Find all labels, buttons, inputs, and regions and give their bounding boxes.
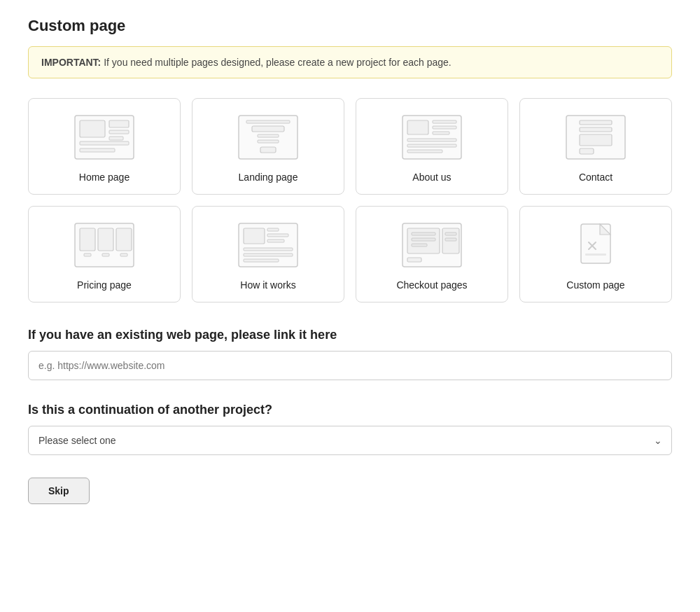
- card-checkout-pages[interactable]: Checkout pages: [356, 206, 508, 302]
- svg-rect-27: [80, 228, 95, 251]
- svg-rect-39: [244, 253, 293, 256]
- about-us-icon: [400, 113, 463, 162]
- svg-rect-25: [580, 148, 594, 154]
- svg-rect-24: [580, 134, 612, 146]
- svg-rect-1: [80, 120, 105, 137]
- svg-rect-16: [433, 126, 456, 129]
- svg-rect-47: [445, 232, 456, 235]
- svg-rect-34: [244, 228, 265, 244]
- card-custom-page-label: Custom page: [566, 279, 624, 291]
- card-contact-label: Contact: [579, 172, 612, 183]
- svg-rect-8: [246, 120, 290, 123]
- card-landing-page-label: Landing page: [239, 172, 298, 183]
- custom-page-icon: [564, 221, 627, 270]
- svg-rect-46: [412, 244, 427, 246]
- url-input[interactable]: [28, 351, 672, 380]
- contact-icon: [564, 113, 627, 162]
- svg-rect-10: [258, 134, 279, 137]
- landing-page-icon: [237, 113, 300, 162]
- svg-rect-15: [433, 120, 456, 123]
- svg-rect-19: [407, 144, 456, 147]
- svg-rect-53: [585, 253, 606, 256]
- svg-rect-35: [267, 228, 279, 231]
- svg-rect-32: [120, 253, 127, 256]
- svg-rect-5: [80, 141, 129, 145]
- svg-rect-36: [267, 234, 288, 237]
- svg-rect-45: [412, 238, 435, 241]
- card-how-it-works-label: How it works: [240, 279, 295, 291]
- svg-rect-23: [580, 127, 612, 132]
- pricing-page-icon: [73, 221, 136, 270]
- card-landing-page[interactable]: Landing page: [192, 98, 344, 195]
- svg-rect-48: [445, 238, 456, 241]
- svg-rect-37: [267, 239, 284, 242]
- svg-rect-17: [433, 132, 449, 134]
- svg-rect-31: [102, 253, 109, 256]
- svg-rect-30: [84, 253, 91, 256]
- card-pricing-page[interactable]: Pricing page: [28, 206, 181, 302]
- card-about-us-label: About us: [412, 172, 451, 183]
- svg-rect-49: [407, 258, 421, 262]
- card-home-page[interactable]: Home page: [28, 98, 181, 195]
- svg-rect-12: [260, 147, 276, 153]
- continuation-title: Is this a continuation of another projec…: [28, 403, 672, 417]
- svg-rect-18: [407, 139, 456, 141]
- link-section-title: If you have an existing web page, please…: [28, 328, 672, 342]
- card-how-it-works[interactable]: How it works: [192, 206, 344, 302]
- card-home-page-label: Home page: [79, 172, 130, 183]
- card-checkout-pages-label: Checkout pages: [396, 279, 467, 291]
- card-custom-page[interactable]: Custom page: [519, 206, 672, 302]
- card-contact[interactable]: Contact: [519, 98, 672, 195]
- page-type-grid: Home page Landing page: [28, 98, 672, 302]
- skip-button[interactable]: Skip: [28, 478, 90, 504]
- svg-rect-28: [98, 228, 113, 251]
- svg-rect-20: [407, 150, 442, 153]
- svg-rect-29: [116, 228, 132, 251]
- svg-rect-22: [580, 120, 612, 125]
- svg-rect-9: [252, 126, 284, 132]
- alert-strong: IMPORTANT:: [41, 57, 101, 68]
- svg-rect-3: [109, 130, 129, 134]
- svg-rect-6: [80, 148, 115, 152]
- home-page-icon: [73, 113, 136, 162]
- continuation-section: Is this a continuation of another projec…: [28, 403, 672, 455]
- svg-rect-14: [407, 120, 428, 134]
- card-pricing-page-label: Pricing page: [77, 279, 132, 291]
- alert-box: IMPORTANT: If you need multiple pages de…: [28, 46, 672, 78]
- svg-rect-44: [412, 232, 435, 235]
- svg-rect-4: [109, 137, 123, 140]
- continuation-select-wrapper: Please select one Yes No ⌄: [28, 426, 672, 455]
- card-about-us[interactable]: About us: [356, 98, 508, 195]
- svg-rect-40: [244, 259, 279, 262]
- svg-rect-11: [258, 140, 279, 143]
- continuation-select[interactable]: Please select one Yes No: [28, 426, 672, 455]
- how-it-works-icon: [237, 221, 300, 270]
- alert-text: If you need multiple pages designed, ple…: [104, 57, 451, 68]
- checkout-pages-icon: [400, 221, 463, 270]
- svg-rect-2: [109, 120, 129, 127]
- page-title: Custom page: [28, 17, 672, 35]
- svg-rect-38: [244, 248, 293, 251]
